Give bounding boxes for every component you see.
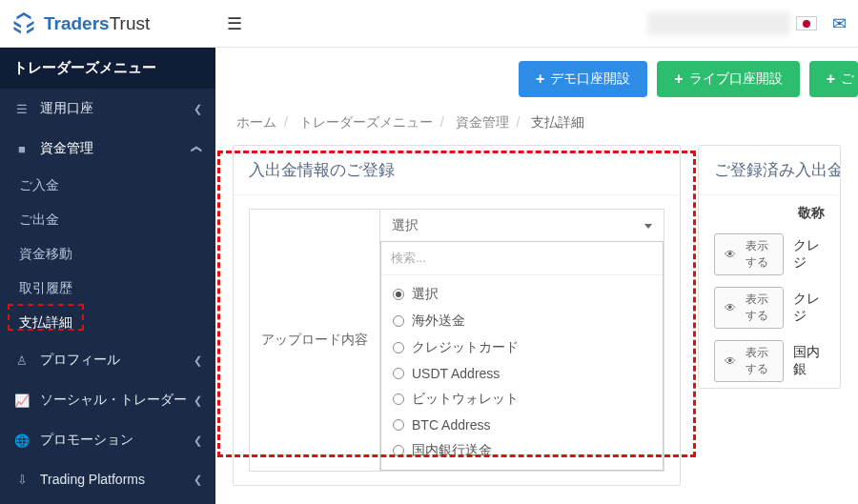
breadcrumb-current: 支払詳細 <box>531 114 584 130</box>
sidebar-item-platforms[interactable]: ⇩ Trading Platforms ❮ <box>0 460 215 498</box>
radio-icon <box>393 289 404 300</box>
sub-item-transfer[interactable]: 資金移動 <box>0 237 215 272</box>
wallet-icon: ■ <box>13 142 31 156</box>
sidebar-item-social[interactable]: 📈 ソーシャル・トレーダー ❮ <box>0 380 215 420</box>
eye-icon: 👁 <box>725 248 736 261</box>
option-overseas[interactable]: 海外送金 <box>391 308 653 334</box>
radio-icon <box>393 368 404 379</box>
logo-text-bold: Traders <box>44 13 110 34</box>
chevron-left-icon: ❮ <box>194 434 202 447</box>
caret-down-icon <box>644 224 652 229</box>
registered-row: 👁表示する 国内銀 <box>699 334 840 388</box>
chevron-left-icon: ❮ <box>194 103 202 115</box>
sidebar-item-profile[interactable]: ♙ プロフィール ❮ <box>0 340 215 380</box>
menu-title: トレーダーズメニュー <box>0 48 215 89</box>
sub-item-withdraw[interactable]: ご出金 <box>0 203 215 237</box>
row-text: 国内銀 <box>793 344 825 378</box>
show-button[interactable]: 👁表示する <box>714 233 784 275</box>
sidebar-item-funds[interactable]: ■ 資金管理 ❮ <box>0 129 215 169</box>
user-name-blurred[interactable] <box>647 12 790 35</box>
option-usdt[interactable]: USDT Address <box>391 361 653 386</box>
row-text: クレジ <box>793 291 825 325</box>
sidebar-item-label: プロフィール <box>40 352 120 369</box>
globe-icon: 🌐 <box>13 433 31 448</box>
sidebar-item-label: ソーシャル・トレーダー <box>40 392 187 409</box>
logo-text-light: Trust <box>110 13 151 34</box>
radio-icon <box>393 445 404 456</box>
option-domestic[interactable]: 国内銀行送金 <box>391 437 653 464</box>
breadcrumb-item[interactable]: トレーダーズメニュー <box>299 114 433 130</box>
sub-item-history[interactable]: 取引履歴 <box>0 272 215 306</box>
breadcrumb-item[interactable]: ホーム <box>236 114 276 130</box>
column-header: 敬称 <box>699 195 840 228</box>
sidebar-item-accounts[interactable]: ☰ 運用口座 ❮ <box>0 89 215 129</box>
option-btc[interactable]: BTC Address <box>391 413 653 437</box>
show-button[interactable]: 👁表示する <box>714 340 784 382</box>
chevron-down-icon: ❮ <box>191 145 203 153</box>
sidebar-item-label: Trading Platforms <box>40 472 145 487</box>
select-dropdown: 検索... 選択 海外送金 クレジットカード USDT Address ビットウ… <box>380 241 664 471</box>
list-icon: ☰ <box>13 102 31 116</box>
option-select[interactable]: 選択 <box>391 281 653 308</box>
panel-title: ご登録済み入出金 <box>699 146 840 195</box>
download-icon: ⇩ <box>13 473 31 487</box>
registered-payments-panel: ご登録済み入出金 敬称 👁表示する クレジ 👁表示する クレジ 👁表示する 国内… <box>698 145 841 389</box>
chart-icon: 📈 <box>13 393 31 408</box>
chevron-left-icon: ❮ <box>194 474 202 486</box>
open-live-button[interactable]: +ライブ口座開設 <box>657 61 799 97</box>
sub-item-payment-details[interactable]: 支払詳細 <box>0 306 215 340</box>
eye-icon: 👁 <box>725 354 736 368</box>
radio-icon <box>393 393 404 405</box>
chevron-left-icon: ❮ <box>194 394 202 407</box>
mail-icon[interactable]: ✉ <box>832 13 847 34</box>
panel-title: 入出金情報のご登録 <box>234 146 680 195</box>
topbar: ☰ ✉ <box>215 0 858 48</box>
sidebar-item-label: 運用口座 <box>40 100 93 117</box>
sidebar-item-promo[interactable]: 🌐 プロモーション ❮ <box>0 420 215 460</box>
option-credit[interactable]: クレジットカード <box>391 334 653 361</box>
registered-row: 👁表示する クレジ <box>699 281 840 334</box>
plus-icon: + <box>536 71 544 88</box>
action-buttons: +デモ口座開設 +ライブ口座開設 +ご <box>233 61 841 97</box>
dropdown-search[interactable]: 検索... <box>381 242 663 275</box>
open-demo-button[interactable]: +デモ口座開設 <box>519 61 647 97</box>
logo-icon <box>10 10 38 38</box>
registered-row: 👁表示する クレジ <box>699 228 840 281</box>
plus-icon: + <box>674 71 683 88</box>
radio-icon <box>393 315 404 327</box>
user-icon: ♙ <box>13 353 31 368</box>
option-bitwallet[interactable]: ビットウォレット <box>391 386 653 413</box>
radio-icon <box>393 419 404 431</box>
breadcrumb: ホーム/ トレーダーズメニュー/ 資金管理/ 支払詳細 <box>233 114 841 131</box>
chevron-left-icon: ❮ <box>194 354 202 367</box>
plus-icon: + <box>827 71 835 88</box>
eye-icon: 👁 <box>725 301 736 314</box>
hamburger-icon[interactable]: ☰ <box>227 13 242 34</box>
register-payment-panel: 入出金情報のご登録 アップロード内容 選択 検索... <box>233 145 681 486</box>
search-placeholder: 検索... <box>391 251 426 265</box>
sidebar: TradersTrust トレーダーズメニュー ☰ 運用口座 ❮ ■ 資金管理 … <box>0 0 215 504</box>
content: +デモ口座開設 +ライブ口座開設 +ご ホーム/ トレーダーズメニュー/ 資金管… <box>215 48 858 504</box>
sidebar-item-label: 資金管理 <box>40 140 93 157</box>
breadcrumb-item[interactable]: 資金管理 <box>456 114 509 130</box>
logo[interactable]: TradersTrust <box>0 0 215 48</box>
sidebar-item-label: プロモーション <box>40 432 133 449</box>
submenu-funds: ご入金 ご出金 資金移動 取引履歴 支払詳細 <box>0 169 215 340</box>
radio-icon <box>393 342 404 353</box>
show-button[interactable]: 👁表示する <box>714 287 784 329</box>
deposit-button-partial[interactable]: +ご <box>809 61 858 97</box>
upload-type-select[interactable]: 選択 検索... 選択 海外送金 クレジットカード USDT Add <box>379 209 664 472</box>
flag-jp-icon[interactable] <box>796 16 817 30</box>
row-text: クレジ <box>793 237 825 272</box>
upload-type-label: アップロード内容 <box>249 209 379 472</box>
sub-item-deposit[interactable]: ご入金 <box>0 169 215 203</box>
select-value: 選択 <box>392 217 419 234</box>
